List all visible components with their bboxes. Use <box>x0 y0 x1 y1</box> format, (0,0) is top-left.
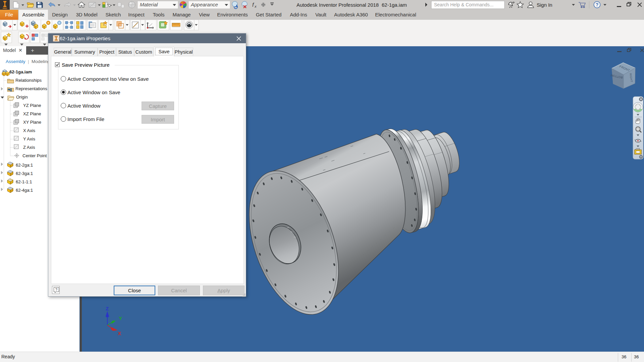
svg-text:PRO: PRO <box>3 7 7 9</box>
svg-text:Center Point: Center Point <box>22 153 47 158</box>
svg-text:x: x <box>254 4 257 8</box>
svg-text:Y Axis: Y Axis <box>23 136 35 141</box>
svg-text:62-1ga.iam: 62-1ga.iam <box>9 69 32 74</box>
svg-text:YZ Plane: YZ Plane <box>23 103 41 108</box>
svg-text:Z: Z <box>106 306 109 311</box>
svg-text:XZ Plane: XZ Plane <box>23 111 41 116</box>
svg-text:Material: Material <box>140 2 158 7</box>
svg-text:Search Help & Commands...: Search Help & Commands... <box>434 2 493 7</box>
svg-text:f: f <box>252 2 254 8</box>
svg-text:Sign In: Sign In <box>537 2 552 8</box>
svg-text:Z Axis: Z Axis <box>23 145 35 150</box>
svg-text:?: ? <box>596 2 599 7</box>
svg-text:Representations: Representations <box>15 86 47 91</box>
svg-text:62-3ga:1: 62-3ga:1 <box>16 171 33 176</box>
svg-text:62-4ga:1: 62-4ga:1 <box>16 188 33 193</box>
svg-text:Y: Y <box>119 315 122 321</box>
svg-text:Appearance: Appearance <box>191 2 218 7</box>
svg-text:X Axis: X Axis <box>23 128 36 133</box>
svg-text:XY Plane: XY Plane <box>23 120 41 125</box>
svg-text:Autodesk Inventor Professional: Autodesk Inventor Professional 2018 <box>297 2 379 8</box>
svg-text:?: ? <box>55 288 57 292</box>
svg-text:62-2ga:1: 62-2ga:1 <box>16 163 33 168</box>
svg-text:62-1-1:1: 62-1-1:1 <box>16 179 32 184</box>
svg-text:Relationships: Relationships <box>15 78 42 83</box>
svg-text:Origin: Origin <box>16 95 28 100</box>
svg-text:62-1ga.iam: 62-1ga.iam <box>382 2 407 8</box>
svg-text:X: X <box>118 330 121 336</box>
